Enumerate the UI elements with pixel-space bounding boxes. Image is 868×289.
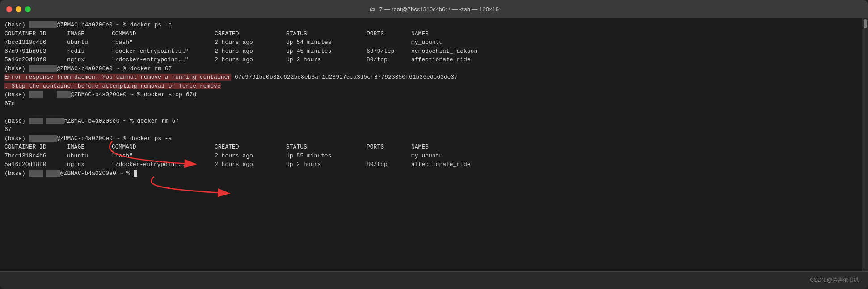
traffic-lights: [6, 6, 31, 12]
folder-icon: 🗂: [369, 6, 375, 13]
terminal-line: (base) ████████@ZBMAC-b4a0200e0 ~ % dock…: [4, 21, 864, 30]
table-header-row-2: CONTAINER ID IMAGE COMMAND CREATED STATU…: [4, 143, 864, 152]
minimize-button[interactable]: [16, 6, 21, 12]
error-line-1: Error response from daemon: You cannot r…: [4, 73, 864, 82]
footer-bar: CSDN @涛声依旧叭: [0, 271, 868, 289]
output-line-2: 67: [4, 125, 864, 134]
maximize-button[interactable]: [25, 6, 31, 12]
terminal-line-ps2: (base) ████████@ZBMAC-b4a0200e0 ~ % dock…: [4, 134, 864, 143]
watermark-text: CSDN @涛声依旧叭: [810, 276, 859, 284]
terminal-line-rm: (base) ████████@ZBMAC-b4a0200e0 ~ % dock…: [4, 64, 864, 73]
close-button[interactable]: [6, 6, 12, 12]
table-row-2: 67d9791bd0b3 redis "docker-entrypoint.s……: [4, 47, 864, 56]
terminal-prompt-final: (base) ████ ████@ZBMAC-b4a0200e0 ~ %: [4, 169, 864, 178]
terminal-body[interactable]: (base) ████████@ZBMAC-b4a0200e0 ~ % dock…: [0, 18, 868, 271]
blank-line: [4, 108, 864, 117]
terminal-line-stop: (base) ████ ████@ZBMAC-b4a0200e0 ~ % doc…: [4, 90, 864, 99]
table-row-4: 7bcc1310c4b6 ubuntu "bash" 2 hours ago U…: [4, 152, 864, 161]
table-row-3: 5a16d20d18f0 nginx "/docker-entrypoint.……: [4, 55, 864, 64]
titlebar: 🗂 7 — root@7bcc1310c4b6: / — -zsh — 130×…: [0, 0, 868, 18]
table-row-5: 5a16d20d18f0 nginx "/docker-entrypoint.……: [4, 160, 864, 169]
terminal-line-rm2: (base) ████ █████@ZBMAC-b4a0200e0 ~ % do…: [4, 117, 864, 126]
table-header-row-1: CONTAINER ID IMAGE COMMAND CREATED STATU…: [4, 30, 864, 38]
terminal-window: 🗂 7 — root@7bcc1310c4b6: / — -zsh — 130×…: [0, 0, 868, 289]
scrollbar-track[interactable]: [862, 18, 868, 271]
error-line-2: . Stop the container before attempting r…: [4, 82, 864, 91]
scrollbar-thumb[interactable]: [864, 19, 867, 28]
output-line-1: 67d: [4, 99, 864, 108]
window-title: 🗂 7 — root@7bcc1310c4b6: / — -zsh — 130×…: [369, 6, 499, 13]
table-row-1: 7bcc1310c4b6 ubuntu "bash" 2 hours ago U…: [4, 38, 864, 47]
